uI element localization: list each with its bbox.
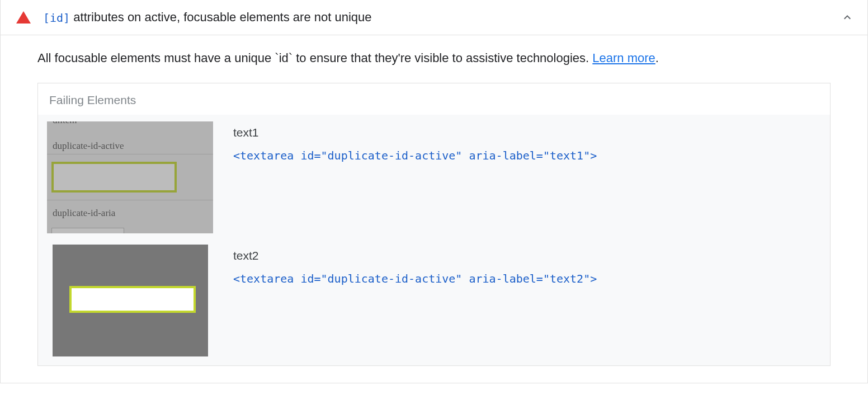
failing-element-code[interactable]: <textarea id="duplicate-id-active" aria-… [233, 270, 821, 287]
audit-title: [id] attributes on active, focusable ele… [43, 10, 841, 25]
element-thumbnail[interactable]: dlitem duplicate-id-active duplicate-id-… [47, 121, 213, 233]
audit-body: All focusable elements must have a uniqu… [1, 35, 867, 383]
thumb-label: dlitem [53, 121, 77, 126]
audit-item: [id] attributes on active, focusable ele… [0, 0, 868, 383]
audit-title-text: attributes on active, focusable elements… [70, 10, 371, 24]
audit-description: All focusable elements must have a uniqu… [37, 50, 831, 67]
failing-element-row: text2 <textarea id="duplicate-id-active"… [47, 245, 821, 356]
audit-description-text: All focusable elements must have a uniqu… [37, 51, 592, 65]
failing-elements-header: Failing Elements [38, 83, 830, 115]
highlighted-element-icon [69, 286, 196, 313]
audit-title-code: [id] [43, 11, 70, 25]
highlighted-element-icon [51, 162, 177, 193]
failing-elements-panel: Failing Elements dlitem duplicate-id-act… [37, 83, 831, 366]
failing-element-info: text1 <textarea id="duplicate-id-active"… [233, 121, 821, 164]
element-thumbnail[interactable] [47, 245, 213, 356]
failing-element-code[interactable]: <textarea id="duplicate-id-active" aria-… [233, 147, 821, 164]
failing-element-label: text1 [233, 126, 821, 139]
failing-elements-list: dlitem duplicate-id-active duplicate-id-… [38, 115, 830, 365]
failing-element-label: text2 [233, 249, 821, 262]
learn-more-link[interactable]: Learn more [592, 51, 655, 65]
thumb-label: duplicate-id-aria [53, 208, 115, 219]
warning-triangle-icon [16, 11, 31, 24]
failing-element-info: text2 <textarea id="duplicate-id-active"… [233, 245, 821, 287]
desc-period: . [655, 51, 659, 65]
thumb-label: duplicate-id-active [53, 140, 124, 152]
failing-element-row: dlitem duplicate-id-active duplicate-id-… [47, 121, 821, 233]
chevron-up-icon[interactable] [841, 11, 854, 24]
audit-header[interactable]: [id] attributes on active, focusable ele… [1, 0, 867, 35]
